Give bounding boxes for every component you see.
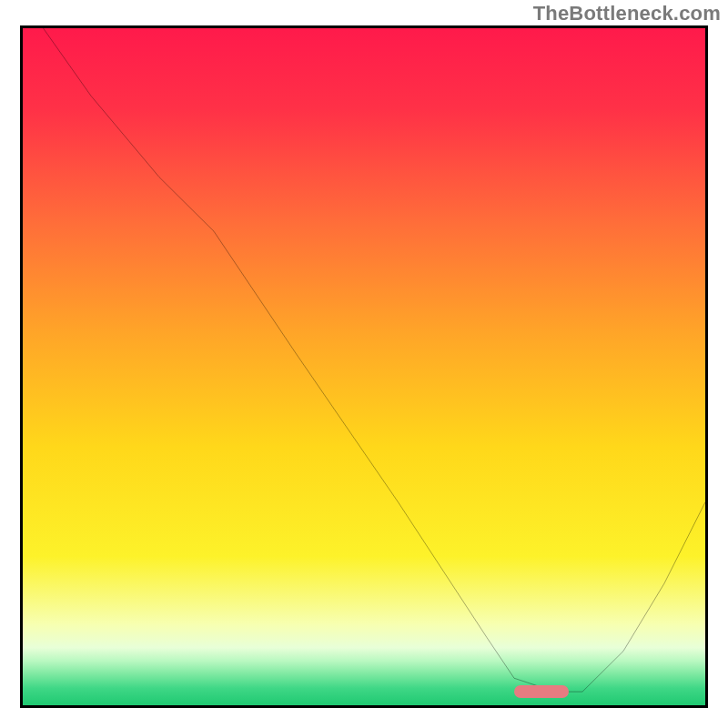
plot-area: [20, 25, 708, 708]
curve-layer: [23, 28, 705, 705]
chart-container: TheBottleneck.com: [0, 0, 728, 728]
bottleneck-curve: [44, 28, 706, 692]
optimal-marker: [514, 685, 569, 698]
watermark-text: TheBottleneck.com: [533, 2, 721, 25]
